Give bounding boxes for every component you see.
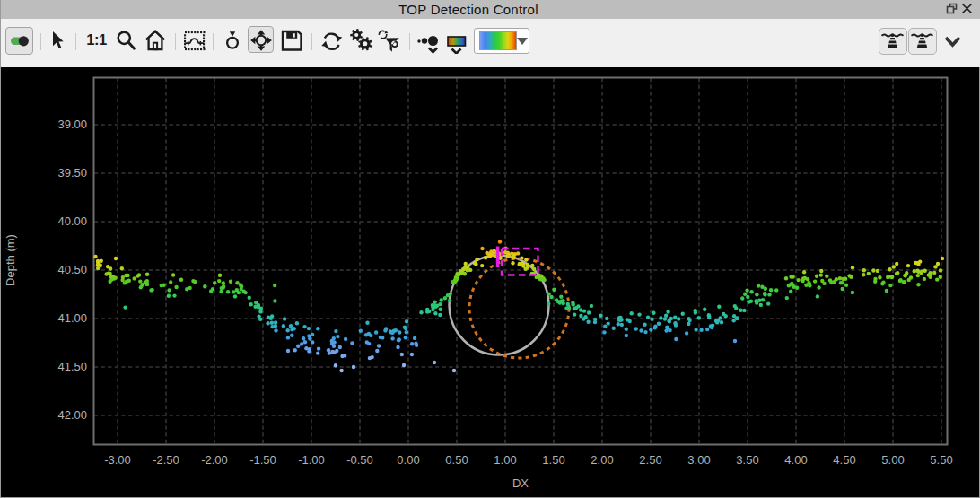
svg-text:Depth (m): Depth (m) [4, 234, 17, 286]
svg-text:-0.50: -0.50 [346, 453, 373, 467]
svg-text:-1.50: -1.50 [249, 453, 276, 467]
svg-text:DX: DX [512, 476, 529, 490]
svg-text:41.50: 41.50 [57, 360, 87, 373]
svg-text:-2.00: -2.00 [201, 453, 228, 467]
svg-text:0.00: 0.00 [397, 453, 419, 467]
svg-text:3.00: 3.00 [687, 453, 710, 467]
svg-text:-2.50: -2.50 [153, 453, 179, 467]
svg-text:4.50: 4.50 [833, 453, 855, 467]
svg-text:3.50: 3.50 [736, 453, 758, 467]
svg-text:1.00: 1.00 [494, 453, 516, 467]
svg-text:5.50: 5.50 [930, 453, 952, 467]
svg-text:2.00: 2.00 [591, 453, 613, 467]
svg-text:39.50: 39.50 [57, 166, 87, 179]
svg-text:0.50: 0.50 [445, 453, 468, 467]
svg-text:42.00: 42.00 [57, 408, 87, 422]
svg-text:2.50: 2.50 [639, 453, 661, 467]
svg-text:4.00: 4.00 [784, 453, 807, 467]
svg-text:41.00: 41.00 [57, 311, 87, 325]
svg-text:-3.00: -3.00 [104, 453, 131, 467]
svg-text:-1.00: -1.00 [298, 453, 325, 467]
svg-text:40.00: 40.00 [57, 214, 87, 228]
svg-text:1.50: 1.50 [542, 453, 564, 467]
svg-text:40.50: 40.50 [57, 263, 87, 276]
svg-text:5.00: 5.00 [881, 453, 904, 467]
svg-text:39.00: 39.00 [57, 118, 87, 131]
